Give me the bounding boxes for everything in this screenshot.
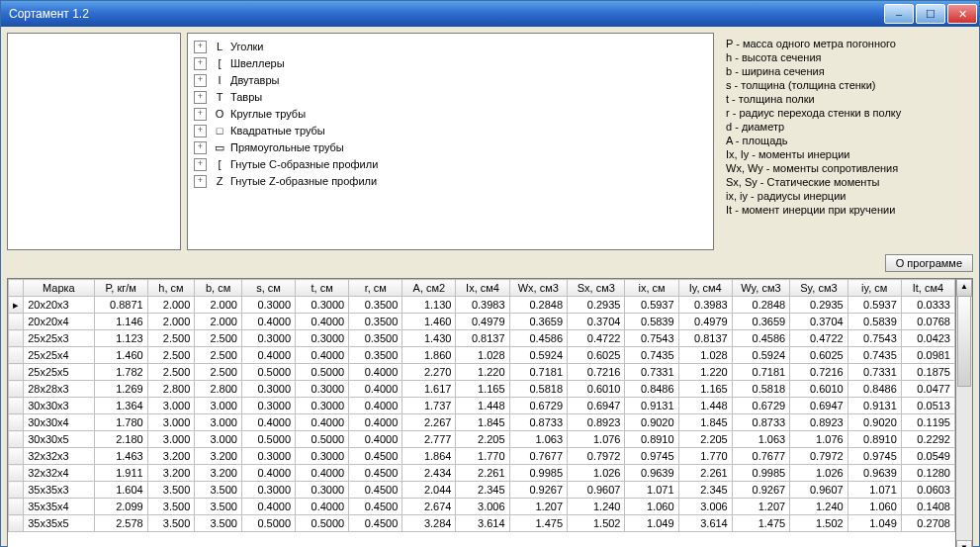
cell[interactable]: 3.200 bbox=[195, 448, 242, 465]
tree-item[interactable]: +TТавры bbox=[194, 89, 707, 105]
tree-item[interactable]: +ZГнутые Z-образные профили bbox=[194, 173, 707, 189]
cell[interactable]: 0.0333 bbox=[901, 297, 954, 314]
cell[interactable]: 25x25x4 bbox=[24, 347, 94, 364]
cell[interactable]: 1.130 bbox=[402, 297, 456, 314]
cell[interactable]: 3.000 bbox=[147, 398, 195, 414]
cell[interactable]: 1.220 bbox=[678, 364, 732, 381]
cell[interactable]: 0.5924 bbox=[509, 347, 567, 364]
cell[interactable]: 0.5924 bbox=[732, 347, 789, 364]
cell[interactable]: 1.063 bbox=[732, 431, 789, 448]
cell[interactable]: 0.6025 bbox=[790, 347, 847, 364]
cell[interactable]: 2.500 bbox=[195, 347, 242, 364]
cell[interactable]: 0.3704 bbox=[790, 314, 847, 330]
cell[interactable]: 0.3000 bbox=[296, 330, 349, 347]
cell[interactable]: 1.240 bbox=[790, 499, 847, 515]
cell[interactable]: 2.777 bbox=[402, 431, 456, 448]
cell[interactable]: 0.3659 bbox=[732, 314, 789, 330]
table-row[interactable]: 25x25x31.1232.5002.5000.30000.30000.3500… bbox=[9, 330, 955, 347]
cell[interactable]: 20x20x4 bbox=[24, 314, 94, 330]
cell[interactable]: 0.5839 bbox=[847, 314, 901, 330]
cell[interactable]: 30x30x4 bbox=[24, 414, 94, 431]
cell[interactable]: 2.000 bbox=[147, 297, 195, 314]
cell[interactable]: 0.5937 bbox=[847, 297, 901, 314]
table-row[interactable]: 30x30x31.3643.0003.0000.30000.30000.4000… bbox=[9, 398, 955, 414]
cell[interactable]: 1.146 bbox=[94, 314, 147, 330]
cell[interactable]: 3.500 bbox=[195, 499, 242, 515]
data-grid[interactable]: МаркаP, кг/мh, смb, смs, смt, смr, смA, … bbox=[7, 278, 956, 547]
table-row[interactable]: 32x32x31.4633.2003.2000.30000.30000.4500… bbox=[9, 448, 955, 465]
cell[interactable]: 2.800 bbox=[147, 381, 195, 398]
cell[interactable]: 1.060 bbox=[847, 499, 901, 515]
cell[interactable]: 0.4722 bbox=[790, 330, 847, 347]
cell[interactable]: 2.500 bbox=[195, 330, 242, 347]
cell[interactable]: 0.0423 bbox=[901, 330, 954, 347]
cell[interactable]: 25x25x3 bbox=[24, 330, 94, 347]
cell[interactable]: 2.500 bbox=[195, 364, 242, 381]
cell[interactable]: 0.5818 bbox=[732, 381, 789, 398]
cell[interactable]: 3.500 bbox=[195, 515, 242, 532]
cell[interactable]: 0.0513 bbox=[901, 398, 954, 414]
cell[interactable]: 0.3000 bbox=[296, 482, 349, 499]
cell[interactable]: 0.4979 bbox=[456, 314, 509, 330]
cell[interactable]: 0.8910 bbox=[847, 431, 901, 448]
cell[interactable]: 0.4586 bbox=[509, 330, 567, 347]
cell[interactable]: 2.345 bbox=[456, 482, 509, 499]
column-header[interactable]: Iy, см4 bbox=[678, 280, 732, 297]
cell[interactable]: 1.207 bbox=[509, 499, 567, 515]
cell[interactable]: 0.2848 bbox=[509, 297, 567, 314]
cell[interactable]: 0.8486 bbox=[847, 381, 901, 398]
cell[interactable]: 0.5000 bbox=[241, 364, 295, 381]
cell[interactable]: 1.475 bbox=[732, 515, 789, 532]
scroll-thumb[interactable] bbox=[957, 296, 971, 387]
cell[interactable]: 0.6025 bbox=[568, 347, 625, 364]
cell[interactable]: 1.071 bbox=[847, 482, 901, 499]
cell[interactable]: 1.617 bbox=[402, 381, 456, 398]
cell[interactable]: 0.3000 bbox=[241, 398, 295, 414]
cell[interactable]: 0.7972 bbox=[568, 448, 625, 465]
cell[interactable]: 35x35x4 bbox=[24, 499, 94, 515]
cell[interactable]: 3.500 bbox=[147, 515, 195, 532]
cell[interactable]: 0.7216 bbox=[568, 364, 625, 381]
cell[interactable]: 0.5000 bbox=[241, 515, 295, 532]
column-header[interactable]: iy, см bbox=[847, 280, 901, 297]
column-header[interactable]: ix, см bbox=[625, 280, 678, 297]
table-row[interactable]: 35x35x52.5783.5003.5000.50000.50000.4500… bbox=[9, 515, 955, 532]
cell[interactable]: 0.2848 bbox=[732, 297, 789, 314]
cell[interactable]: 2.500 bbox=[147, 347, 195, 364]
column-header[interactable]: Wy, см3 bbox=[732, 280, 789, 297]
cell[interactable]: 0.5000 bbox=[296, 364, 349, 381]
column-header[interactable]: r, см bbox=[349, 280, 402, 297]
cell[interactable]: 1.060 bbox=[625, 499, 678, 515]
cell[interactable]: 0.0981 bbox=[901, 347, 954, 364]
cell[interactable]: 0.3983 bbox=[678, 297, 732, 314]
cell[interactable]: 1.026 bbox=[790, 465, 847, 482]
cell[interactable]: 1.911 bbox=[94, 465, 147, 482]
cell[interactable]: 1.207 bbox=[732, 499, 789, 515]
cell[interactable]: 0.4586 bbox=[732, 330, 789, 347]
table-row[interactable]: 32x32x41.9113.2003.2000.40000.40000.4500… bbox=[9, 465, 955, 482]
cell[interactable]: 0.9639 bbox=[847, 465, 901, 482]
column-header[interactable]: s, см bbox=[241, 280, 295, 297]
column-header[interactable]: Sy, см3 bbox=[790, 280, 847, 297]
cell[interactable]: 0.7435 bbox=[625, 347, 678, 364]
table-row[interactable]: 25x25x51.7822.5002.5000.50000.50000.4000… bbox=[9, 364, 955, 381]
cell[interactable]: 0.4000 bbox=[296, 314, 349, 330]
cell[interactable]: 0.0603 bbox=[901, 482, 954, 499]
expand-icon[interactable]: + bbox=[194, 74, 207, 87]
table-row[interactable]: 35x35x42.0993.5003.5000.40000.40000.4500… bbox=[9, 499, 955, 515]
cell[interactable]: 0.4500 bbox=[349, 448, 402, 465]
cell[interactable]: 0.8486 bbox=[625, 381, 678, 398]
cell[interactable]: 2.000 bbox=[195, 314, 242, 330]
cell[interactable]: 0.8871 bbox=[94, 297, 147, 314]
cell[interactable]: 0.3000 bbox=[296, 398, 349, 414]
cell[interactable]: 1.026 bbox=[568, 465, 625, 482]
cell[interactable]: 1.782 bbox=[94, 364, 147, 381]
cell[interactable]: 0.3000 bbox=[241, 381, 295, 398]
cell[interactable]: 2.578 bbox=[94, 515, 147, 532]
cell[interactable]: 1.475 bbox=[509, 515, 567, 532]
cell[interactable]: 0.5818 bbox=[509, 381, 567, 398]
close-button[interactable]: ✕ bbox=[947, 4, 977, 24]
cell[interactable]: 0.8923 bbox=[568, 414, 625, 431]
cell[interactable]: 0.0768 bbox=[901, 314, 954, 330]
cell[interactable]: 1.430 bbox=[402, 330, 456, 347]
